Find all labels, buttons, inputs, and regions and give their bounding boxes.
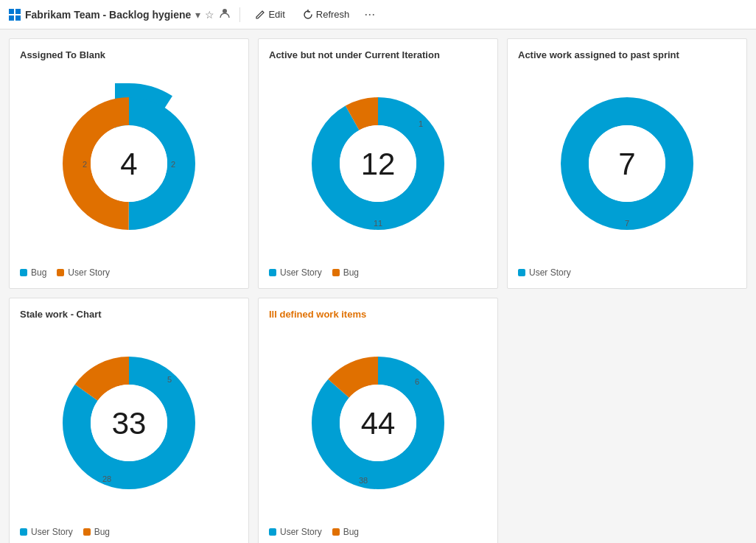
star-icon[interactable]: ☆ — [205, 9, 214, 21]
svg-text:2: 2 — [83, 160, 87, 169]
donut-svg-assigned: 2 2 4 — [48, 83, 210, 245]
svg-text:2: 2 — [171, 160, 175, 169]
legend-dot-bug4 — [83, 528, 91, 536]
legend-label-userstory: User Story — [68, 267, 110, 278]
legend-item-bug5: Bug — [332, 527, 359, 537]
card-title-active: Active but not under Current Iteration — [269, 49, 487, 60]
donut-svg-ill: 38 6 44 — [297, 342, 459, 504]
legend-ill: User Story Bug — [269, 527, 487, 537]
donut-active: 11 1 12 — [269, 66, 487, 260]
edit-button[interactable]: Edit — [249, 6, 290, 23]
legend-dot-userstory — [57, 269, 64, 276]
svg-text:28: 28 — [102, 474, 111, 483]
grid-icon — [9, 9, 21, 21]
active-not-current-card: Active but not under Current Iteration 1… — [258, 38, 498, 289]
svg-text:7: 7 — [618, 147, 635, 181]
svg-text:12: 12 — [361, 147, 396, 181]
legend-stale: User Story Bug — [20, 527, 238, 537]
legend-label-us2: User Story — [280, 267, 322, 278]
legend-dot-us2 — [269, 269, 276, 276]
stale-work-card: Stale work - Chart 28 5 33 — [9, 298, 249, 543]
more-options-button[interactable]: ··· — [361, 7, 378, 22]
donut-past: 7 7 — [518, 66, 736, 260]
legend-dot-us5 — [269, 528, 276, 536]
donut-assigned: 2 2 4 — [20, 66, 238, 260]
legend-label-us4: User Story — [31, 527, 73, 537]
svg-point-4 — [223, 9, 227, 13]
donut-svg-stale: 28 5 33 — [48, 342, 210, 504]
separator — [239, 7, 240, 22]
legend-item-us4: User Story — [20, 527, 73, 537]
donut-svg-active: 11 1 12 — [297, 83, 459, 245]
bottom-row-charts: Stale work - Chart 28 5 33 — [0, 298, 756, 543]
legend-label-bug5: Bug — [343, 527, 359, 537]
legend-label-bug: Bug — [31, 267, 46, 278]
svg-text:11: 11 — [374, 219, 382, 228]
legend-assigned: Bug User Story — [20, 267, 238, 278]
active-past-sprint-card: Active work assigned to past sprint 7 7 … — [507, 38, 747, 289]
ill-defined-card: Ill defined work items 38 6 44 User Stor… — [258, 298, 498, 543]
person-icon[interactable] — [219, 7, 231, 21]
breadcrumb: Fabrikam Team - Backlog hygiene ▾ ☆ — [9, 7, 231, 21]
svg-rect-3 — [15, 15, 21, 21]
card-title-ill: Ill defined work items — [269, 309, 487, 320]
legend-dot-bug2 — [332, 269, 340, 276]
svg-rect-0 — [9, 9, 14, 14]
legend-label-us3: User Story — [529, 267, 571, 278]
svg-rect-1 — [15, 9, 21, 14]
legend-label-us5: User Story — [280, 527, 322, 537]
svg-text:4: 4 — [120, 147, 137, 181]
card-title-stale: Stale work - Chart — [20, 309, 238, 320]
donut-stale: 28 5 33 — [20, 326, 238, 519]
legend-item-userstory2: User Story — [269, 267, 322, 278]
top-row-charts: Assigned To Blank 2 2 4 — [0, 29, 756, 298]
card-title-assigned: Assigned To Blank — [20, 49, 238, 60]
legend-item-bug: Bug — [20, 267, 46, 278]
card-title-past: Active work assigned to past sprint — [518, 49, 736, 60]
donut-svg-past: 7 7 — [546, 83, 708, 245]
donut-ill: 38 6 44 — [269, 326, 487, 519]
svg-text:33: 33 — [112, 406, 147, 441]
refresh-icon — [303, 10, 313, 20]
chevron-down-icon[interactable]: ▾ — [195, 9, 200, 21]
legend-dot-bug — [20, 269, 27, 276]
legend-label-bug2: Bug — [343, 267, 359, 278]
legend-item-bug2: Bug — [332, 267, 359, 278]
legend-dot-us4 — [20, 528, 27, 536]
legend-item-userstory: User Story — [57, 267, 110, 278]
svg-text:7: 7 — [625, 219, 629, 228]
legend-past: User Story — [518, 267, 736, 278]
legend-item-bug4: Bug — [83, 527, 110, 537]
svg-text:38: 38 — [359, 476, 368, 485]
legend-label-bug4: Bug — [94, 527, 110, 537]
legend-active: User Story Bug — [269, 267, 487, 278]
svg-text:1: 1 — [419, 119, 423, 128]
assigned-to-blank-card: Assigned To Blank 2 2 4 — [9, 38, 249, 289]
legend-dot-us3 — [518, 269, 525, 276]
top-bar: Fabrikam Team - Backlog hygiene ▾ ☆ Edit… — [0, 0, 756, 29]
refresh-button[interactable]: Refresh — [297, 6, 356, 23]
svg-rect-2 — [9, 15, 14, 21]
svg-text:5: 5 — [167, 375, 172, 384]
svg-text:6: 6 — [415, 377, 419, 386]
svg-text:44: 44 — [361, 406, 396, 441]
legend-dot-bug5 — [332, 528, 340, 536]
legend-item-us5: User Story — [269, 527, 322, 537]
legend-item-us3: User Story — [518, 267, 571, 278]
edit-icon — [255, 10, 265, 20]
page-title: Fabrikam Team - Backlog hygiene — [25, 9, 191, 21]
